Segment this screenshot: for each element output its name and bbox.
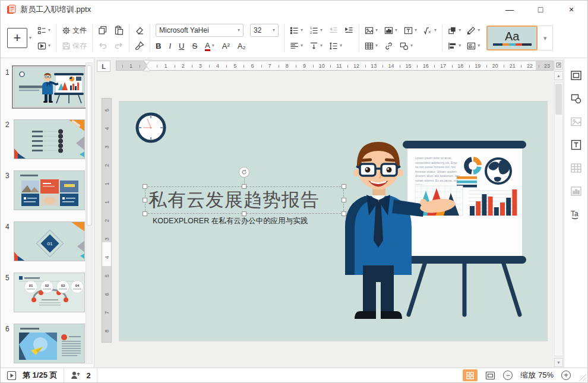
insert-textbox-button[interactable]: ▾ xyxy=(404,26,417,35)
new-slide-button[interactable]: + ▾ xyxy=(7,28,31,48)
thumbnail-scrollbar[interactable] xyxy=(86,62,93,364)
slide-layout-button[interactable]: ▾ xyxy=(467,42,480,50)
slide-master-icon[interactable] xyxy=(570,69,582,81)
minimize-button[interactable]: — xyxy=(504,5,515,14)
align-text-button[interactable]: ▾ xyxy=(290,42,303,50)
ruler-horizontal: 11234567891011121314151617181920212223 xyxy=(116,61,554,71)
insert-formula-button[interactable]: x▾ xyxy=(423,26,437,35)
font-size-select[interactable]: 32 ▾ xyxy=(250,24,279,37)
shapes-tool-icon[interactable] xyxy=(570,93,582,105)
slide-thumbnail-5[interactable]: 01 02 03 04 xyxy=(14,273,85,312)
scroll-track[interactable] xyxy=(554,82,563,356)
arrange-button[interactable]: ▾ xyxy=(448,26,461,35)
grid-view-icon xyxy=(466,372,474,379)
indent-marker[interactable] xyxy=(144,61,150,71)
bullet-list-button[interactable]: ▾ xyxy=(290,26,303,35)
theme-gallery-expand-button[interactable]: ▾ xyxy=(538,26,553,50)
design-button[interactable]: ▾ xyxy=(467,26,480,35)
slide-thumbnail-4[interactable]: 01 xyxy=(14,221,85,261)
fit-to-window-button[interactable] xyxy=(485,371,495,380)
slide-number: 3 xyxy=(5,172,10,180)
scroll-up-button[interactable]: ▲ xyxy=(554,71,563,80)
canvas-vertical-scrollbar[interactable]: ▲ ▼ xyxy=(554,61,563,367)
font-name-select[interactable]: Microsoft YaHei ▾ xyxy=(156,24,244,37)
chart-tool-icon[interactable] xyxy=(570,185,582,197)
scroll-down-button[interactable]: ▼ xyxy=(554,358,563,367)
table-tool-icon[interactable] xyxy=(570,162,582,174)
slide-editing-area[interactable]: Lorem ipsum dolor sit amet, consectetur … xyxy=(119,102,547,341)
image-tool-icon[interactable] xyxy=(570,116,582,128)
thumbnail-scrollbar-thumb[interactable] xyxy=(87,65,91,226)
numbered-list-button[interactable]: 12▾ xyxy=(309,26,323,35)
svg-text:1: 1 xyxy=(310,26,312,30)
strikethrough-button[interactable]: S xyxy=(192,42,197,50)
save-button[interactable]: 保存 xyxy=(62,41,87,51)
format-painter-icon[interactable] xyxy=(135,41,144,50)
maximize-button[interactable]: □ xyxy=(535,5,546,14)
zoom-out-button[interactable]: − xyxy=(503,371,513,380)
vertical-align-button[interactable]: ▾ xyxy=(309,42,323,50)
app-icon xyxy=(7,5,16,14)
chart-icon xyxy=(384,26,393,35)
bold-button[interactable]: B xyxy=(156,42,161,50)
resize-handle-ne[interactable] xyxy=(342,184,346,189)
decrease-indent-icon[interactable] xyxy=(329,26,338,35)
redo-icon[interactable] xyxy=(114,41,124,50)
paste-icon[interactable] xyxy=(114,26,124,35)
slide-thumbnail-2[interactable] xyxy=(14,119,85,159)
align-objects-button[interactable]: ▾ xyxy=(448,42,461,50)
font-color-button[interactable]: A▾ xyxy=(205,41,214,51)
ruler-toggle-button[interactable] xyxy=(554,61,563,69)
collaborator-count[interactable]: 2 xyxy=(87,371,91,380)
italic-button[interactable]: I xyxy=(169,42,171,50)
table-icon xyxy=(365,42,374,50)
font-size-value: 32 xyxy=(254,26,269,34)
theme-preview[interactable]: Aa xyxy=(486,26,538,50)
slide-5-step-4: 04 xyxy=(75,284,80,287)
slide-title-text[interactable]: 私有云发展趋势报告 xyxy=(148,188,320,213)
undo-icon[interactable] xyxy=(98,41,108,50)
hyperlink-icon[interactable] xyxy=(384,42,393,50)
resize-handle-sw[interactable] xyxy=(143,211,147,216)
chevron-down-icon: ▾ xyxy=(301,43,303,48)
slide-number: 1 xyxy=(5,68,10,77)
close-button[interactable]: × xyxy=(566,5,577,14)
wordart-tool-icon[interactable]: Ta xyxy=(570,208,582,220)
document-title: 新员工入职培训.pptx xyxy=(20,4,91,15)
resize-handle-e[interactable] xyxy=(342,198,346,202)
underline-button[interactable]: U xyxy=(179,42,184,50)
insert-chart-button[interactable]: ▾ xyxy=(384,26,397,35)
slide-number: 6 xyxy=(5,325,10,333)
file-menu-button[interactable]: 文件 xyxy=(62,26,87,36)
resize-handle-se[interactable] xyxy=(342,211,346,216)
increase-indent-icon[interactable] xyxy=(344,26,353,35)
scroll-thumb[interactable] xyxy=(555,84,562,115)
slideshow-button[interactable]: ▾ xyxy=(37,42,50,50)
grid-view-button[interactable] xyxy=(463,369,478,381)
resize-handle-w[interactable] xyxy=(143,198,147,202)
chevron-down-icon: ▾ xyxy=(29,36,31,40)
resize-handle-nw[interactable] xyxy=(143,184,147,189)
eraser-icon[interactable] xyxy=(135,26,144,35)
textbox-tool-icon[interactable] xyxy=(570,139,582,151)
save-icon xyxy=(62,42,71,50)
superscript-button[interactable]: A² xyxy=(222,42,230,50)
insert-table-button[interactable]: ▾ xyxy=(365,42,378,50)
insert-shape-button[interactable]: ▾ xyxy=(400,42,413,50)
line-spacing-button[interactable]: ▾ xyxy=(329,42,342,50)
rotation-handle[interactable] xyxy=(239,167,249,178)
slide-thumbnail-1[interactable] xyxy=(14,67,85,107)
ruler-corner-button[interactable]: L xyxy=(97,61,110,72)
zoom-in-button[interactable]: + xyxy=(561,371,571,380)
subscript-button[interactable]: A₂ xyxy=(238,42,246,50)
play-from-current-button[interactable] xyxy=(7,371,17,381)
slide-subtitle-text[interactable]: KODEXPLORER 在私有云办公中的应用与实践 xyxy=(153,216,308,226)
insert-image-button[interactable]: ▾ xyxy=(365,26,378,35)
chevron-down-icon: ▾ xyxy=(375,43,378,48)
clock-graphic[interactable] xyxy=(134,111,167,144)
outline-view-button[interactable]: ▾ xyxy=(37,26,50,35)
slide-thumbnail-3[interactable] xyxy=(14,170,85,210)
copy-icon[interactable] xyxy=(98,26,108,35)
slide-thumbnail-6[interactable] xyxy=(14,324,85,363)
theme-color-strip xyxy=(493,43,532,46)
